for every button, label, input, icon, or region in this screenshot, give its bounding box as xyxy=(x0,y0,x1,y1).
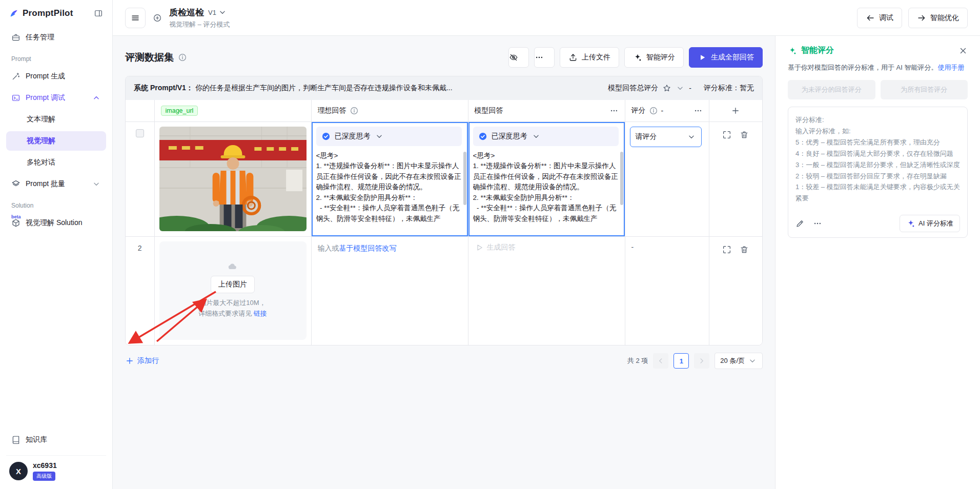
sidebar-item-knowledge-base[interactable]: 知识库 xyxy=(6,430,106,450)
ideal-answer-cell[interactable]: 已深度思考 <思考> 1. **违规操作设备分析**：图片中未显示操作人员正在操… xyxy=(311,121,468,236)
more-icon[interactable] xyxy=(813,219,822,228)
sidebar-collapse-icon[interactable] xyxy=(94,9,103,18)
sidebar-subitem-label: 多轮对话 xyxy=(27,158,55,167)
sysbar-right: 模型回答总评分 - 评分标准：暂无 xyxy=(608,84,754,93)
row-checkbox[interactable] xyxy=(136,129,144,137)
criteria-editor[interactable]: 评分标准: 输入评分标准，如: 5：优秀 – 模型回答完全满足所有要求，理由充分… xyxy=(788,107,968,238)
info-icon[interactable] xyxy=(649,106,658,115)
task-title: 质检巡检 xyxy=(169,7,204,18)
model-answer-cell[interactable]: 已深度思考 <思考> 1. **违规操作设备分析**：图片中未显示操作人员正在操… xyxy=(468,121,625,236)
system-prompt-bar[interactable]: 系统 Prompt/V1： 你的任务是根据生产车间的图片，判断生产车间是否存在违… xyxy=(126,76,762,100)
sidebar-item-prompt-batch[interactable]: Prompt 批量 xyxy=(6,174,106,194)
panel-title: 智能评分 xyxy=(801,45,834,56)
table-footer: 添加行 共 2 项 1 20 条/页 xyxy=(125,353,763,369)
hide-columns-button[interactable] xyxy=(508,47,529,68)
column-menu-icon[interactable] xyxy=(693,106,703,115)
criteria-placeholder-text[interactable]: 评分标准: 输入评分标准，如: 5：优秀 – 模型回答完全满足所有要求，理由充分… xyxy=(795,114,960,211)
info-icon[interactable] xyxy=(178,53,187,62)
sidebar-subitem-multi-turn[interactable]: 多轮对话 xyxy=(6,153,106,172)
score-unscored-button[interactable]: 为未评分的回答评分 xyxy=(788,80,875,99)
sparkle-icon xyxy=(788,46,797,55)
sidebar-item-prompt-debug[interactable]: Prompt 调试 xyxy=(6,88,106,108)
panel-description: 基于你对模型回答的评分标准，用于 AI 智能评分。使用手册 xyxy=(788,62,968,73)
hamburger-menu-button[interactable] xyxy=(125,8,146,28)
criteria-toolbar: AI 评分标准 xyxy=(795,211,960,232)
sidebar-item-task-management[interactable]: 任务管理 xyxy=(6,27,106,48)
expand-row-icon[interactable] xyxy=(722,245,731,254)
deep-thinking-toggle[interactable]: 已深度思考 xyxy=(316,127,462,146)
page-size-select[interactable]: 20 条/页 xyxy=(714,353,763,369)
table-row: 已深度思考 <思考> 1. **违规操作设备分析**：图片中未显示操作人员正在操… xyxy=(126,121,762,236)
expand-row-icon[interactable] xyxy=(722,130,731,139)
image-url-header: image_url xyxy=(154,100,311,121)
upload-icon xyxy=(568,53,578,62)
scrollbar-thumb[interactable] xyxy=(620,152,623,205)
column-menu-icon[interactable] xyxy=(609,106,619,115)
row-number-cell: 2 xyxy=(126,236,154,345)
deep-thinking-label: 已深度思考 xyxy=(492,132,527,141)
star-icon[interactable] xyxy=(662,84,671,93)
upload-image-button[interactable]: 上传图片 xyxy=(211,276,255,293)
ideal-answer-cell[interactable]: 输入或基于模型回答改写 xyxy=(311,236,468,345)
prev-page-button[interactable] xyxy=(653,353,668,369)
smart-optimize-button[interactable]: 智能优化 xyxy=(908,8,968,28)
scrollbar-thumb[interactable] xyxy=(463,152,466,205)
info-icon[interactable] xyxy=(350,106,359,115)
delete-row-icon[interactable] xyxy=(740,130,749,139)
dataset-card: 系统 Prompt/V1： 你的任务是根据生产车间的图片，判断生产车间是否存在违… xyxy=(125,76,763,345)
smart-score-panel: 智能评分 基于你对模型回答的评分标准，用于 AI 智能评分。使用手册 为未评分的… xyxy=(775,36,980,489)
pencil-icon[interactable] xyxy=(795,219,805,228)
row-actions-cell xyxy=(709,121,762,236)
generate-all-button[interactable]: 生成全部回答 xyxy=(689,47,763,68)
main-head: 评测数据集 上传文件 智能评分 xyxy=(125,47,763,68)
add-row-button[interactable]: 添加行 xyxy=(125,356,159,365)
deep-thinking-label: 已深度思考 xyxy=(335,132,371,141)
pagination: 共 2 项 1 20 条/页 xyxy=(627,353,763,369)
image-upload-dropzone[interactable]: 上传图片 图片最大不超过10M， 详细格式要求请见 链接 xyxy=(159,241,307,340)
model-answer-text[interactable]: <思考> 1. **违规操作设备分析**：图片中未显示操作人员正在操作任何设备，… xyxy=(473,151,619,225)
app-right: 质检巡检 V1 视觉理解 – 评分模式 调试 智能优化 xyxy=(113,0,980,489)
row-number: 2 xyxy=(126,237,154,252)
plan-badge: 高级版 xyxy=(33,472,55,481)
score-select[interactable]: 请评分 xyxy=(630,127,702,147)
briefcase-icon xyxy=(11,33,21,42)
user-account[interactable]: X xc6931 高级版 xyxy=(6,455,106,482)
add-column-icon[interactable] xyxy=(731,106,740,115)
worker-photo-thumbnail[interactable] xyxy=(159,127,307,231)
sidebar-item-label: Prompt 调试 xyxy=(26,93,65,103)
version-dropdown[interactable]: V1 xyxy=(208,8,227,17)
debug-button[interactable]: 调试 xyxy=(857,8,902,28)
chevron-down-icon xyxy=(687,132,696,141)
terminal-icon xyxy=(11,93,21,103)
sidebar-section-solution: Solution xyxy=(11,202,101,209)
ideal-answer-text[interactable]: <思考> 1. **违规操作设备分析**：图片中未显示操作人员正在操作任何设备，… xyxy=(316,151,462,225)
next-page-button[interactable] xyxy=(694,353,709,369)
sidebar-item-label: 视觉理解 Solution xyxy=(26,218,82,228)
upload-hint-line1: 图片最大不超过10M， xyxy=(199,299,266,307)
panel-head: 智能评分 xyxy=(788,45,968,56)
score-cell: 请评分 xyxy=(625,121,709,236)
arrow-right-icon xyxy=(917,13,926,23)
user-meta: xc6931 高级版 xyxy=(33,462,57,481)
sidebar-item-prompt-gen[interactable]: Prompt 生成 xyxy=(6,66,106,87)
generate-answer-label: 生成回答 xyxy=(487,243,516,252)
ai-criteria-button[interactable]: AI 评分标准 xyxy=(900,215,960,232)
rewrite-from-model-link[interactable]: 基于模型回答改写 xyxy=(339,244,397,252)
score-all-button[interactable]: 为所有回答评分 xyxy=(881,80,968,99)
manual-link[interactable]: 使用手册 xyxy=(938,64,965,71)
more-actions-button[interactable] xyxy=(534,47,555,68)
delete-row-icon[interactable] xyxy=(740,245,749,254)
close-panel-icon[interactable] xyxy=(958,46,968,55)
current-page[interactable]: 1 xyxy=(673,353,689,369)
new-task-button[interactable] xyxy=(153,13,162,23)
sidebar-subitem-text-understanding[interactable]: 文本理解 xyxy=(6,110,106,129)
deep-thinking-toggle[interactable]: 已深度思考 xyxy=(473,127,619,146)
model-answer-cell: 生成回答 xyxy=(468,236,625,345)
generate-answer-button[interactable]: 生成回答 xyxy=(475,243,516,252)
smart-score-button[interactable]: 智能评分 xyxy=(624,47,684,68)
sidebar-item-vision-solution[interactable]: beta 视觉理解 Solution xyxy=(6,213,106,233)
sidebar-subitem-visual-understanding[interactable]: 视觉理解 xyxy=(6,131,106,151)
table-header-row: image_url 理想回答 模型回答 xyxy=(126,100,762,121)
upload-file-button[interactable]: 上传文件 xyxy=(560,47,619,68)
format-requirements-link[interactable]: 链接 xyxy=(254,310,267,317)
